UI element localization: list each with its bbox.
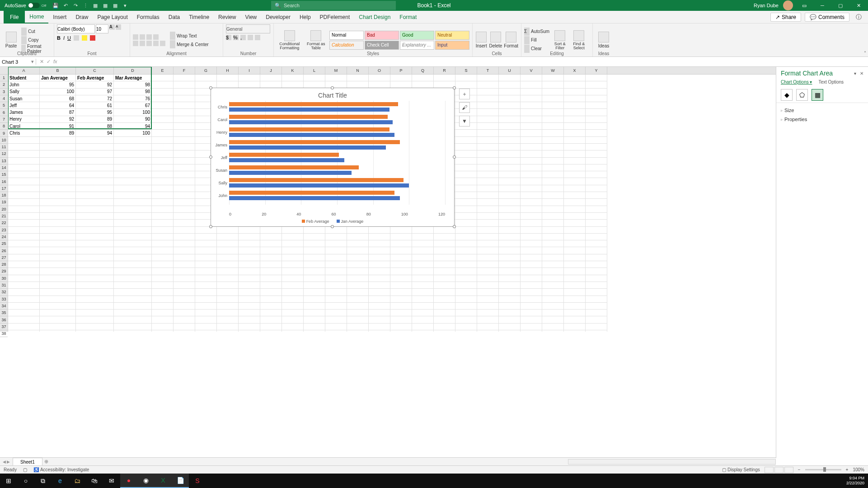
cell[interactable]: [477, 130, 499, 136]
col-header[interactable]: T: [477, 67, 499, 74]
cell[interactable]: [152, 282, 174, 289]
cell[interactable]: [8, 213, 40, 220]
cell[interactable]: [40, 227, 76, 234]
cell[interactable]: [239, 303, 260, 310]
cell[interactable]: [499, 206, 521, 213]
cell[interactable]: [282, 254, 304, 261]
cell[interactable]: [542, 185, 564, 192]
cell[interactable]: [564, 261, 586, 268]
cell[interactable]: [174, 247, 195, 254]
cell[interactable]: [369, 261, 390, 268]
cell[interactable]: [260, 275, 282, 282]
cell[interactable]: [114, 254, 152, 261]
cell[interactable]: [542, 178, 564, 185]
cell[interactable]: [8, 316, 40, 323]
cell[interactable]: [412, 296, 434, 303]
cell[interactable]: [152, 81, 174, 88]
cell[interactable]: [217, 275, 239, 282]
row-header[interactable]: 36: [0, 316, 8, 323]
cell[interactable]: [152, 144, 174, 150]
edge-icon[interactable]: e: [52, 474, 69, 488]
cell[interactable]: [499, 282, 521, 289]
cell[interactable]: [40, 296, 76, 303]
cell[interactable]: [304, 227, 325, 234]
cell[interactable]: [239, 227, 260, 234]
cell[interactable]: [369, 330, 390, 332]
cell[interactable]: [282, 240, 304, 247]
cell[interactable]: [217, 254, 239, 261]
cell[interactable]: [347, 296, 369, 303]
col-header[interactable]: I: [239, 67, 260, 74]
cell[interactable]: [412, 227, 434, 234]
cell[interactable]: [499, 81, 521, 88]
cell[interactable]: [325, 261, 347, 268]
cell[interactable]: [239, 310, 260, 316]
cell[interactable]: [217, 310, 239, 316]
cell[interactable]: [499, 164, 521, 171]
cell[interactable]: [564, 220, 586, 226]
cell[interactable]: [455, 310, 477, 316]
accept-formula-icon[interactable]: ✓: [47, 59, 51, 65]
row-header[interactable]: 5: [0, 102, 8, 109]
cell[interactable]: [564, 254, 586, 261]
cell[interactable]: [521, 150, 542, 157]
cell[interactable]: [542, 220, 564, 226]
browser-icon[interactable]: ●: [120, 474, 137, 488]
cell[interactable]: [114, 289, 152, 296]
cell[interactable]: [455, 150, 477, 157]
chart-bar[interactable]: [229, 178, 404, 182]
cell[interactable]: [564, 275, 586, 282]
cell[interactable]: [521, 95, 542, 102]
cell[interactable]: [260, 310, 282, 316]
cell[interactable]: 98: [114, 81, 152, 88]
cell[interactable]: [260, 324, 282, 330]
cell[interactable]: [455, 234, 477, 240]
cell[interactable]: [586, 89, 607, 95]
cell[interactable]: [8, 254, 40, 261]
normal-view-icon[interactable]: [765, 467, 774, 473]
style-bad[interactable]: Bad: [365, 31, 399, 40]
cell[interactable]: [412, 289, 434, 296]
col-header[interactable]: A: [8, 67, 40, 74]
cell[interactable]: [542, 158, 564, 164]
cell[interactable]: [499, 316, 521, 323]
cell[interactable]: [455, 282, 477, 289]
font-color-icon[interactable]: [90, 35, 95, 41]
cell[interactable]: [114, 268, 152, 275]
cell[interactable]: [390, 227, 412, 234]
undo-icon[interactable]: ↶: [62, 2, 69, 9]
cell[interactable]: [499, 109, 521, 116]
cell[interactable]: [521, 268, 542, 275]
cell[interactable]: [455, 81, 477, 88]
cell[interactable]: [195, 275, 217, 282]
cell[interactable]: [260, 234, 282, 240]
cell[interactable]: [152, 116, 174, 123]
row-header[interactable]: 28: [0, 261, 8, 268]
col-header[interactable]: P: [390, 67, 412, 74]
cell[interactable]: [174, 289, 195, 296]
cell[interactable]: [325, 330, 347, 332]
cell[interactable]: [477, 192, 499, 199]
chart-styles-button[interactable]: 🖌: [459, 102, 470, 113]
cell[interactable]: [282, 234, 304, 240]
cell[interactable]: [521, 130, 542, 136]
cell[interactable]: [152, 330, 174, 332]
cell[interactable]: [152, 227, 174, 234]
cell[interactable]: [477, 164, 499, 171]
col-header[interactable]: F: [174, 67, 195, 74]
chart-bar[interactable]: [229, 115, 388, 119]
cell[interactable]: [477, 75, 499, 81]
cell[interactable]: [521, 275, 542, 282]
cell[interactable]: [521, 81, 542, 88]
cell[interactable]: [195, 296, 217, 303]
grid-main[interactable]: ABCDEFGHIJKLMNOPQRSTUVWXY StudentJan Ave…: [8, 67, 868, 332]
cell[interactable]: [542, 282, 564, 289]
cell[interactable]: [586, 192, 607, 199]
cell[interactable]: [76, 275, 114, 282]
cell[interactable]: [195, 330, 217, 332]
cell[interactable]: [174, 144, 195, 150]
cell[interactable]: [114, 324, 152, 330]
cell[interactable]: [152, 234, 174, 240]
cell[interactable]: [455, 199, 477, 206]
cell[interactable]: [390, 296, 412, 303]
